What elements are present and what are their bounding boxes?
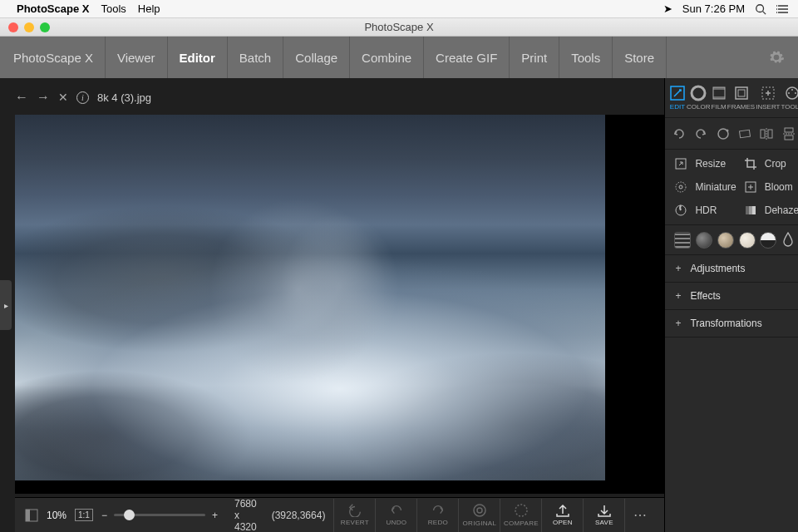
zoom-slider-thumb[interactable] [124, 510, 135, 520]
svg-point-23 [795, 92, 796, 94]
close-file-icon[interactable]: ✕ [58, 91, 68, 104]
menubar-item[interactable]: Tools [101, 2, 126, 15]
histogram-icon[interactable] [25, 508, 38, 523]
tool-resize[interactable]: Resize [673, 156, 736, 171]
tools-panel-icon [785, 85, 798, 101]
tool-hdr[interactable]: HDR [673, 203, 736, 218]
cursor-icon: ➤ [663, 2, 672, 15]
menubar-item[interactable]: Help [138, 2, 160, 15]
open-button[interactable]: OPEN [541, 499, 583, 532]
tab-editor[interactable]: Editor [168, 37, 228, 78]
preset-list-icon[interactable] [674, 232, 691, 249]
panel-tab-insert[interactable]: INSERT [756, 85, 780, 111]
dehaze-icon [743, 203, 758, 218]
redo-button[interactable]: REDO [416, 499, 458, 532]
tool-dehaze[interactable]: Dehaze [743, 203, 798, 218]
section-transformations[interactable]: +Transformations [665, 310, 798, 337]
flip-horizontal-icon[interactable] [759, 126, 779, 141]
bloom-icon [743, 180, 758, 195]
rotate-free-icon[interactable] [716, 126, 736, 141]
undo-button[interactable]: UNDO [375, 499, 416, 532]
minimize-window-button[interactable] [24, 22, 34, 32]
svg-rect-32 [785, 135, 793, 140]
tab-print[interactable]: Print [510, 37, 559, 78]
menu-list-icon[interactable] [776, 3, 790, 15]
preset-swatch-1[interactable] [696, 232, 712, 249]
compare-button[interactable]: COMPARE [500, 499, 541, 532]
right-panel: EDIT COLOR FILM FRAMES INSERT TOOLS Resi… [664, 78, 798, 532]
svg-rect-40 [749, 206, 752, 214]
svg-point-0 [756, 4, 764, 12]
flip-vertical-icon[interactable] [781, 126, 798, 141]
panel-tab-frames[interactable]: FRAMES [727, 85, 755, 111]
mac-menubar: PhotoScape X Tools Help ➤ Sun 7:26 PM [0, 0, 798, 18]
menubar-app-name[interactable]: PhotoScape X [17, 2, 89, 15]
svg-rect-41 [752, 206, 756, 214]
more-button[interactable]: ⋯ [624, 499, 654, 532]
status-bar: 10% 1:1 − + 7680 x 4320 (3928,3664) REVE… [15, 497, 664, 532]
section-effects[interactable]: +Effects [665, 283, 798, 310]
svg-rect-29 [768, 130, 772, 138]
original-button[interactable]: ORIGINAL [458, 499, 500, 532]
info-icon[interactable]: i [76, 91, 89, 104]
zoom-out-icon[interactable]: − [101, 510, 107, 521]
preset-swatch-3[interactable] [739, 232, 756, 249]
maximize-window-button[interactable] [40, 22, 50, 32]
svg-rect-27 [739, 130, 750, 138]
zoom-in-icon[interactable]: + [212, 510, 218, 521]
photo-canvas[interactable] [15, 115, 605, 480]
svg-point-7 [776, 12, 777, 13]
svg-rect-9 [26, 510, 30, 521]
zoom-1to1-button[interactable]: 1:1 [75, 509, 93, 521]
expand-icon: + [675, 318, 683, 329]
tab-photoscape[interactable]: PhotoScape X [8, 37, 106, 78]
spotlight-icon[interactable] [755, 3, 766, 15]
svg-point-14 [692, 86, 705, 100]
zoom-slider-track[interactable] [114, 514, 205, 516]
panel-tab-tools[interactable]: TOOLS [781, 85, 798, 111]
preset-swatch-2[interactable] [717, 232, 734, 249]
filename-label: 8k 4 (3).jpg [97, 91, 151, 104]
panel-tab-film[interactable]: FILM [712, 85, 727, 111]
zoom-slider[interactable]: − + [101, 510, 218, 521]
save-button[interactable]: SAVE [583, 499, 624, 532]
svg-rect-31 [785, 128, 793, 132]
tab-store[interactable]: Store [613, 37, 667, 78]
close-window-button[interactable] [8, 22, 18, 32]
tool-bloom[interactable]: Bloom [743, 180, 798, 195]
nav-back-icon[interactable]: ← [15, 90, 28, 105]
tool-crop[interactable]: Crop [743, 156, 798, 171]
sidebar-expand-handle[interactable]: ▸ [0, 280, 12, 330]
svg-point-24 [788, 92, 790, 94]
preset-swatch-4[interactable] [760, 232, 776, 249]
svg-point-6 [776, 8, 777, 10]
tab-tools[interactable]: Tools [559, 37, 613, 78]
section-adjustments[interactable]: +Adjustments [665, 255, 798, 283]
tab-batch[interactable]: Batch [228, 37, 283, 78]
svg-point-10 [474, 505, 485, 516]
panel-tab-edit[interactable]: EDIT [669, 85, 686, 111]
svg-rect-39 [746, 206, 749, 214]
image-viewport[interactable] [15, 115, 664, 494]
nav-forward-icon[interactable]: → [37, 90, 50, 105]
cursor-position: (3928,3664) [272, 510, 326, 521]
svg-rect-19 [738, 90, 745, 96]
film-icon [712, 85, 727, 101]
rotate-ccw-icon[interactable] [672, 126, 692, 141]
traffic-lights [0, 22, 50, 32]
menubar-clock[interactable]: Sun 7:26 PM [682, 2, 745, 15]
tab-viewer[interactable]: Viewer [106, 37, 168, 78]
panel-tab-color[interactable]: COLOR [687, 85, 710, 111]
tab-collage[interactable]: Collage [283, 37, 350, 78]
tab-combine[interactable]: Combine [350, 37, 424, 78]
revert-button[interactable]: REVERT [333, 499, 375, 532]
tab-create-gif[interactable]: Create GIF [424, 37, 510, 78]
crop-icon [743, 156, 758, 171]
settings-gear-icon[interactable] [768, 49, 785, 66]
tool-miniature[interactable]: Miniature [673, 180, 736, 195]
rotate-cw-icon[interactable] [693, 126, 713, 141]
zoom-percent[interactable]: 10% [47, 510, 66, 521]
droplet-icon[interactable] [781, 232, 798, 249]
straighten-icon[interactable] [737, 126, 757, 141]
insert-icon [761, 85, 776, 101]
